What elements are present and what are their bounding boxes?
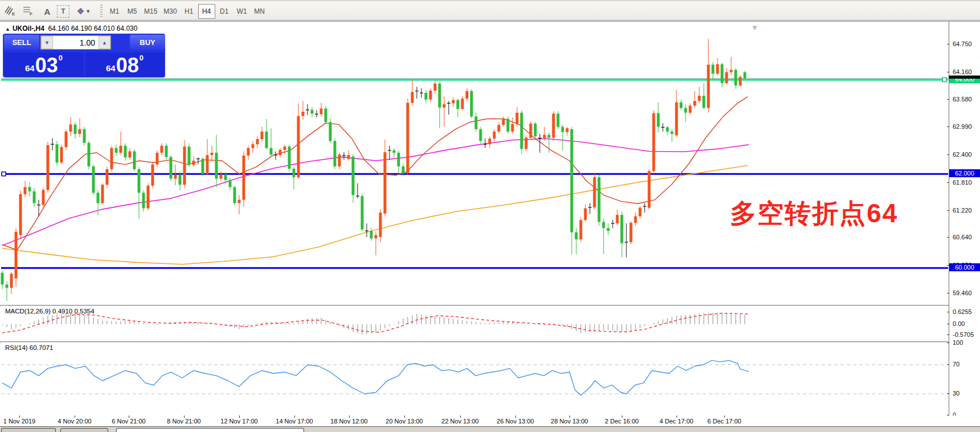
objects-arrange-icon[interactable]: ❖▼ bbox=[76, 4, 91, 19]
candle-body bbox=[147, 186, 150, 209]
time-tick bbox=[676, 415, 677, 418]
axis-tick bbox=[947, 393, 949, 394]
candle-body bbox=[79, 129, 81, 134]
text-box-icon[interactable]: T bbox=[57, 5, 69, 18]
ma-orange-line bbox=[2, 165, 748, 264]
candle-body bbox=[151, 165, 154, 186]
time-label: 6 Dec 17:00 bbox=[707, 418, 741, 425]
macd-tick-0.6255: 0.6255 bbox=[953, 308, 972, 315]
candle-body bbox=[739, 77, 742, 85]
candle-body bbox=[744, 72, 747, 79]
collapse-arrow-icon[interactable]: ▲ bbox=[5, 26, 10, 32]
hatch-e-icon[interactable]: E bbox=[3, 4, 18, 19]
candle-body bbox=[707, 65, 710, 108]
sell-price-display[interactable]: 64030 bbox=[4, 52, 84, 76]
candle-body bbox=[338, 154, 341, 166]
candle-body bbox=[507, 119, 510, 132]
candle-body bbox=[83, 129, 86, 143]
price-chart-pane[interactable]: ▲UKOil-,H4 64.160 64.190 64.010 64.030 S… bbox=[1, 22, 949, 305]
axis-tick bbox=[947, 237, 949, 238]
candle-body bbox=[297, 116, 300, 177]
timeframe-button-w1[interactable]: W1 bbox=[233, 4, 251, 19]
candle-body bbox=[402, 166, 405, 173]
chart-tab-bar bbox=[0, 426, 980, 432]
macd-canvas bbox=[1, 306, 949, 341]
buy-price-handle: 64 bbox=[106, 63, 116, 73]
candle-body bbox=[24, 187, 27, 194]
candle-body bbox=[457, 100, 460, 109]
candle-body bbox=[575, 233, 578, 239]
time-tick bbox=[724, 415, 725, 418]
ohlc-readout: 64.160 64.190 64.010 64.030 bbox=[48, 25, 138, 32]
rsi-tick-100: 100 bbox=[953, 339, 963, 346]
grid-f-icon[interactable]: F bbox=[22, 4, 36, 19]
buy-price-display[interactable]: 64080 bbox=[85, 52, 164, 76]
sell-button[interactable]: SELL bbox=[4, 35, 39, 50]
candle-body bbox=[675, 103, 678, 136]
time-axis[interactable]: 1 Nov 20194 Nov 20:006 Nov 21:008 Nov 21… bbox=[0, 415, 980, 426]
chart-tab-0[interactable] bbox=[1, 428, 56, 432]
timeframe-button-m5[interactable]: M5 bbox=[124, 4, 141, 19]
price-badge-62.000: 62.000 bbox=[949, 169, 980, 177]
candle-body bbox=[566, 128, 569, 132]
candle-body bbox=[224, 174, 227, 180]
chart-tab-1[interactable] bbox=[60, 428, 108, 432]
time-tick bbox=[19, 415, 20, 418]
timeframe-button-h1[interactable]: H1 bbox=[181, 4, 198, 19]
volume-input[interactable]: 1.00 bbox=[53, 36, 99, 49]
candle-body bbox=[653, 113, 655, 172]
price-tick-64.750: 64.750 bbox=[953, 40, 972, 47]
candle-body bbox=[598, 177, 601, 222]
time-label: 14 Nov 17:00 bbox=[276, 418, 313, 425]
chart-tab-2[interactable] bbox=[116, 428, 304, 432]
candle-body bbox=[211, 153, 214, 155]
sell-price-handle: 64 bbox=[25, 63, 35, 73]
rsi-pane[interactable]: RSI(14) 60.7071 bbox=[1, 343, 949, 415]
buy-price-pip: 0 bbox=[140, 54, 143, 62]
rsi-tick-30: 30 bbox=[953, 390, 960, 397]
candle-body bbox=[607, 228, 610, 231]
time-label: 28 Nov 13:00 bbox=[551, 418, 588, 425]
price-axis[interactable]: 64.75064.16063.58062.99062.40061.81061.2… bbox=[949, 22, 980, 415]
candle-body bbox=[325, 108, 327, 122]
candle-body bbox=[438, 84, 441, 108]
time-label: 4 Dec 17:00 bbox=[659, 418, 693, 425]
line-handle bbox=[942, 78, 946, 81]
price-tick-59.460: 59.460 bbox=[953, 290, 972, 296]
candle-body bbox=[142, 193, 145, 208]
timeframe-button-h4[interactable]: H4 bbox=[198, 4, 215, 19]
time-tick bbox=[569, 415, 570, 418]
time-tick bbox=[184, 415, 184, 418]
timeframe-button-m30[interactable]: M30 bbox=[161, 4, 179, 19]
timeframe-button-m15[interactable]: M15 bbox=[141, 4, 160, 19]
volume-decrement-button[interactable]: ▼ bbox=[41, 36, 53, 49]
price-tick-61.810: 61.810 bbox=[953, 179, 972, 186]
macd-pane[interactable]: MACD(12,26,9) 0.4910 0.5354 bbox=[1, 306, 949, 341]
candle-body bbox=[530, 124, 532, 138]
timeframe-button-m1[interactable]: M1 bbox=[106, 4, 123, 19]
text-a-icon[interactable]: A bbox=[40, 4, 55, 19]
one-click-trade-panel: SELL ▼ 1.00 ▲ BUY 64030 64080 bbox=[3, 34, 165, 78]
candle-body bbox=[129, 152, 132, 158]
timeframe-button-d1[interactable]: D1 bbox=[216, 4, 233, 19]
candle-body bbox=[680, 103, 683, 108]
candle-body bbox=[265, 132, 268, 148]
candle-body bbox=[106, 169, 109, 185]
time-label: 22 Nov 13:00 bbox=[441, 418, 478, 425]
toolbar-drag-handle[interactable] bbox=[100, 5, 102, 18]
chart-text-annotation: 多空转折点64 bbox=[730, 196, 898, 231]
candle-body bbox=[730, 70, 733, 72]
candle-body bbox=[434, 84, 437, 91]
candle-body bbox=[443, 104, 446, 108]
time-tick bbox=[75, 415, 75, 418]
candle-body bbox=[712, 65, 715, 74]
candle-body bbox=[329, 122, 332, 141]
volume-increment-button[interactable]: ▲ bbox=[99, 36, 110, 49]
timeframe-button-mn[interactable]: MN bbox=[251, 4, 268, 19]
buy-button[interactable]: BUY bbox=[130, 35, 165, 50]
time-tick bbox=[294, 415, 295, 418]
candle-body bbox=[548, 135, 551, 138]
candle-body bbox=[311, 110, 314, 114]
axis-tick bbox=[947, 312, 949, 312]
rsi-label: RSI(14) 60.7071 bbox=[5, 344, 53, 351]
